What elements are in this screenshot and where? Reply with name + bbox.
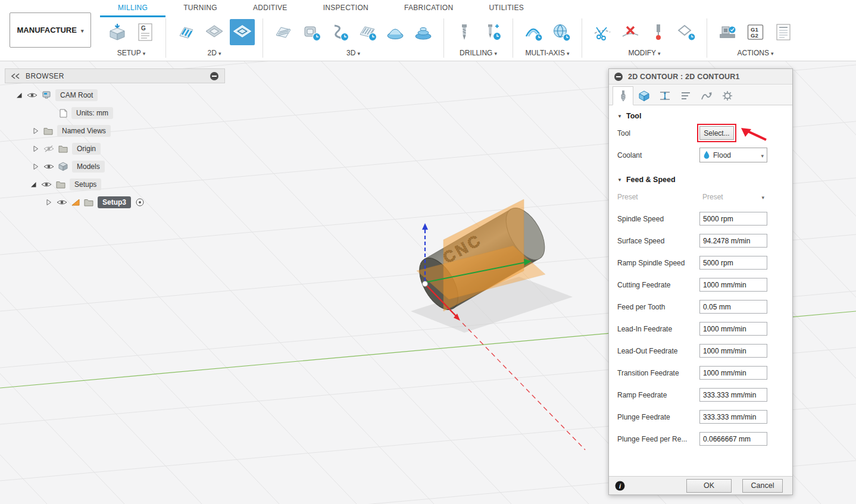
tab-options[interactable]	[717, 87, 738, 105]
spindle-speed-input[interactable]	[699, 212, 767, 226]
expander-open-icon[interactable]	[15, 92, 23, 99]
tree-item-cam-root[interactable]: CAM Root	[5, 86, 225, 104]
tree-item-setups[interactable]: Setups	[5, 176, 225, 193]
group-label-modify[interactable]: MODIFY	[628, 47, 660, 59]
active-setup-target-icon[interactable]	[135, 198, 145, 207]
group-actions: G1G2 ACTIONS	[707, 17, 804, 59]
3d-contour-icon[interactable]	[327, 19, 352, 45]
group-multi-axis: MULTI-AXIS	[513, 17, 582, 59]
group-label-setup[interactable]: SETUP	[117, 47, 146, 59]
info-icon[interactable]: i	[615, 481, 625, 491]
preset-dropdown[interactable]: Preset	[699, 193, 767, 201]
cutting-feedrate-input[interactable]	[699, 278, 767, 292]
tab-utilities[interactable]: UTILITIES	[471, 0, 542, 17]
group-label-2d[interactable]: 2D	[208, 47, 221, 59]
tab-passes[interactable]	[675, 87, 696, 105]
tab-fabrication[interactable]: FABRICATION	[386, 0, 471, 17]
gcode-editor-icon[interactable]: G1G2	[743, 19, 768, 45]
group-drilling: DRILLING	[444, 17, 513, 59]
ok-button[interactable]: OK	[686, 479, 732, 493]
feed-speed-section-header[interactable]: Feed & Speed	[609, 166, 792, 186]
preset-label: Preset	[617, 193, 638, 201]
3d-pocket-icon[interactable]	[299, 19, 324, 45]
post-process-icon[interactable]	[715, 19, 740, 45]
tab-milling[interactable]: MILLING	[100, 0, 165, 17]
surface-speed-label: Surface Speed	[617, 237, 664, 245]
3d-scallop-icon[interactable]	[383, 19, 408, 45]
transition-feedrate-row: Transition Feedrate	[609, 362, 792, 384]
coolant-dropdown[interactable]: Flood	[699, 148, 767, 162]
tab-additive[interactable]: ADDITIVE	[235, 0, 305, 17]
tab-turning[interactable]: TURNING	[165, 0, 235, 17]
cancel-button[interactable]: Cancel	[742, 479, 783, 493]
tool-tab-icon	[617, 90, 629, 102]
tree-item-units[interactable]: Units: mm	[5, 104, 225, 122]
visibility-eye-off-icon[interactable]	[43, 145, 54, 152]
tree-item-setup3[interactable]: Setup3	[5, 193, 225, 211]
group-label-actions[interactable]: ACTIONS	[738, 47, 774, 59]
ramp-spindle-speed-input[interactable]	[699, 256, 767, 270]
minimize-browser-icon[interactable]	[210, 71, 219, 81]
feed-per-tooth-input[interactable]	[699, 300, 767, 314]
visibility-eye-icon[interactable]	[43, 163, 54, 170]
3d-parallel-icon[interactable]	[355, 19, 380, 45]
probe-icon[interactable]	[646, 19, 671, 45]
lead-in-feedrate-input[interactable]	[699, 322, 767, 336]
browser-tree: CAM Root Units: mm Named Views Origin Mo…	[5, 83, 225, 211]
preset-value: Preset	[702, 193, 723, 201]
trim-toolpath-icon[interactable]	[590, 19, 615, 45]
workspace-tabs: MILLING TURNING ADDITIVE INSPECTION FABR…	[100, 0, 542, 17]
tab-tool[interactable]	[613, 86, 633, 105]
drill-icon[interactable]	[452, 19, 477, 45]
collapse-dialog-icon[interactable]	[614, 72, 623, 82]
tab-inspection[interactable]: INSPECTION	[305, 0, 386, 17]
drill-cycle-icon[interactable]	[480, 19, 505, 45]
surface-speed-input[interactable]	[699, 234, 767, 248]
flow-icon[interactable]	[549, 19, 574, 45]
transition-feedrate-input[interactable]	[699, 366, 767, 380]
2d-contour-icon[interactable]	[230, 19, 255, 45]
plunge-feedrate-input[interactable]	[699, 410, 767, 424]
plunge-feed-per-rev-input[interactable]	[699, 432, 767, 446]
expander-closed-icon[interactable]	[32, 145, 39, 152]
lead-out-feedrate-input[interactable]	[699, 344, 767, 358]
plunge-feedrate-label: Plunge Feedrate	[617, 413, 670, 421]
expander-open-icon[interactable]	[30, 181, 37, 188]
nc-program-icon[interactable]: G	[133, 19, 158, 45]
visibility-eye-icon[interactable]	[27, 92, 38, 99]
expander-closed-icon[interactable]	[32, 127, 39, 134]
group-label-multi-axis[interactable]: MULTI-AXIS	[526, 47, 570, 59]
workspace-switcher-button[interactable]: MANUFACTURE	[10, 12, 91, 48]
delete-toolpath-icon[interactable]	[618, 19, 643, 45]
2d-adaptive-icon[interactable]	[174, 19, 199, 45]
visibility-eye-icon[interactable]	[41, 181, 52, 188]
coolant-label: Coolant	[617, 151, 642, 159]
heights-tab-icon	[659, 90, 671, 102]
visibility-eye-icon[interactable]	[57, 199, 67, 206]
setup-sheet-icon[interactable]	[771, 19, 796, 45]
tab-geometry[interactable]	[633, 87, 654, 105]
group-label-drilling[interactable]: DRILLING	[460, 47, 497, 59]
collapse-panel-icon[interactable]	[11, 73, 20, 79]
tab-heights[interactable]	[654, 87, 675, 105]
2d-pocket-icon[interactable]	[202, 19, 227, 45]
tree-item-origin[interactable]: Origin	[5, 140, 225, 158]
group-2d: 2D	[166, 17, 263, 59]
tool-section-header[interactable]: Tool	[609, 105, 792, 122]
dialog-header[interactable]: 2D CONTOUR : 2D CONTOUR1	[609, 69, 792, 84]
group-label-3d[interactable]: 3D	[346, 47, 360, 59]
pattern-icon[interactable]	[674, 19, 699, 45]
tree-item-named-views[interactable]: Named Views	[5, 122, 225, 140]
tab-linking[interactable]	[696, 87, 717, 105]
expander-closed-icon[interactable]	[32, 163, 39, 170]
swarf-icon[interactable]	[521, 19, 546, 45]
ramp-feedrate-input[interactable]	[699, 388, 767, 402]
tree-item-models[interactable]: Models	[5, 158, 225, 176]
3d-spiral-icon[interactable]	[411, 19, 436, 45]
3d-adaptive-icon[interactable]	[271, 19, 296, 45]
browser-header[interactable]: BROWSER	[5, 68, 225, 83]
expander-closed-icon[interactable]	[45, 199, 52, 206]
wcs-origin-point[interactable]	[423, 281, 428, 287]
tool-select-button[interactable]: Select...	[699, 126, 734, 140]
new-setup-icon[interactable]	[105, 19, 130, 45]
